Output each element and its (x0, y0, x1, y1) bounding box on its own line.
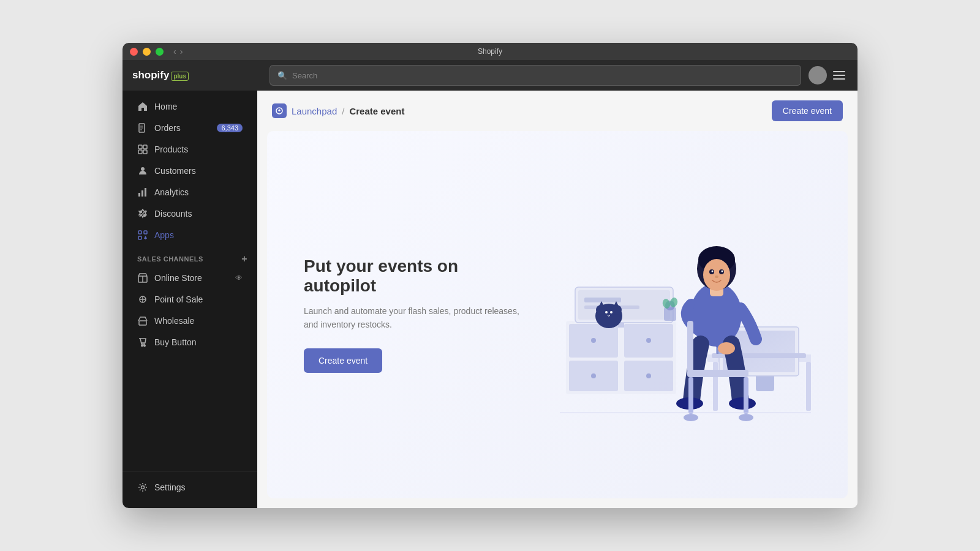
app-window: ‹ › Shopify shopifyplus Home (123, 43, 858, 508)
store-icon (137, 272, 148, 283)
breadcrumb-separator: / (342, 106, 344, 116)
svg-rect-71 (687, 370, 748, 377)
sidebar-nav: Home Orders 6,343 Products (123, 91, 257, 471)
products-icon (137, 144, 148, 155)
close-button[interactable] (130, 48, 138, 56)
create-event-header-button[interactable]: Create event (772, 100, 843, 121)
svg-rect-24 (139, 321, 146, 325)
hero-description: Launch and automate your flash sales, pr… (304, 304, 529, 332)
sidebar-item-analytics[interactable]: Analytics (127, 182, 252, 203)
svg-point-67 (712, 271, 714, 272)
svg-point-25 (141, 345, 143, 346)
svg-point-69 (715, 276, 718, 278)
sidebar-footer: Settings (123, 471, 257, 508)
back-icon[interactable]: ‹ (173, 47, 176, 56)
sidebar-item-orders[interactable]: Orders 6,343 (127, 118, 252, 138)
sidebar-item-discounts[interactable]: Discounts (127, 203, 252, 224)
add-channel-icon[interactable]: + (241, 253, 247, 264)
sidebar-item-home[interactable]: Home (127, 96, 252, 117)
sidebar: shopifyplus Home Orders 6,343 (123, 60, 257, 508)
svg-rect-11 (145, 188, 146, 197)
svg-point-60 (729, 397, 756, 410)
svg-point-27 (141, 486, 145, 489)
online-store-visibility-icon[interactable]: 👁 (235, 274, 243, 282)
window-title: Shopify (478, 47, 502, 56)
main-content: 🔍 (257, 60, 858, 508)
page-area: Launchpad / Create event Create event Pu… (257, 91, 858, 508)
pos-icon (137, 294, 148, 305)
svg-point-35 (646, 338, 651, 343)
search-input[interactable] (292, 71, 793, 80)
svg-point-37 (646, 373, 651, 378)
titlebar-nav: ‹ › (173, 47, 183, 56)
sidebar-item-online-store[interactable]: Online Store 👁 (127, 268, 252, 288)
search-icon: 🔍 (277, 71, 287, 80)
svg-rect-10 (141, 190, 143, 197)
discounts-icon (137, 208, 148, 219)
hero-illustration (529, 198, 811, 431)
sidebar-item-wholesale[interactable]: Wholesale (127, 310, 252, 331)
svg-point-78 (596, 305, 607, 315)
hero-title: Put your events on autopilot (304, 257, 529, 296)
svg-point-36 (591, 373, 596, 378)
svg-rect-17 (144, 231, 147, 234)
window-controls (130, 48, 164, 56)
svg-point-82 (605, 311, 608, 313)
menu-icon[interactable] (833, 71, 845, 80)
sidebar-item-buy-button[interactable]: Buy Button (127, 332, 252, 353)
svg-rect-6 (138, 150, 142, 154)
breadcrumb-current: Create event (349, 106, 404, 116)
svg-rect-76 (687, 321, 693, 372)
sidebar-logo: shopifyplus (132, 69, 189, 81)
minimize-button[interactable] (143, 48, 151, 56)
svg-point-79 (611, 305, 622, 315)
svg-rect-39 (578, 290, 670, 320)
sidebar-item-customers[interactable]: Customers (127, 160, 252, 181)
svg-rect-16 (138, 231, 141, 234)
home-icon (137, 101, 148, 112)
maximize-button[interactable] (156, 48, 164, 56)
svg-rect-40 (584, 298, 621, 302)
avatar (809, 66, 827, 84)
svg-point-64 (703, 259, 730, 291)
svg-rect-72 (688, 377, 693, 414)
svg-rect-50 (806, 362, 811, 411)
svg-point-83 (610, 311, 612, 313)
search-bar[interactable]: 🔍 (270, 65, 801, 86)
svg-point-75 (739, 414, 753, 421)
svg-point-70 (718, 342, 735, 354)
svg-rect-7 (143, 150, 147, 154)
sidebar-item-point-of-sale[interactable]: Point of Sale (127, 289, 252, 310)
sidebar-item-products[interactable]: Products (127, 139, 252, 160)
apps-icon (137, 230, 148, 241)
hero-cta-button[interactable]: Create event (304, 348, 382, 373)
svg-point-68 (722, 271, 723, 272)
svg-rect-9 (138, 193, 140, 197)
orders-badge: 6,343 (217, 124, 243, 132)
titlebar: ‹ › Shopify (123, 43, 858, 60)
analytics-icon (137, 187, 148, 198)
customers-icon (137, 165, 148, 176)
hero-text: Put your events on autopilot Launch and … (304, 257, 529, 373)
sidebar-header: shopifyplus (123, 60, 257, 91)
sidebar-item-settings[interactable]: Settings (127, 477, 252, 498)
svg-point-8 (141, 167, 145, 171)
svg-point-26 (144, 345, 145, 346)
orders-icon (137, 122, 148, 133)
buy-button-icon (137, 337, 148, 348)
header-right (809, 66, 845, 84)
svg-rect-5 (143, 145, 147, 149)
sidebar-item-apps[interactable]: Apps (127, 225, 252, 246)
top-header: 🔍 (257, 60, 858, 91)
launchpad-icon (272, 103, 287, 118)
svg-point-74 (684, 414, 698, 421)
svg-rect-4 (138, 145, 142, 149)
svg-rect-73 (744, 377, 748, 414)
forward-icon[interactable]: › (180, 47, 183, 56)
breadcrumb: Launchpad / Create event (272, 103, 404, 118)
breadcrumb-parent[interactable]: Launchpad (292, 106, 337, 116)
svg-rect-49 (713, 362, 718, 411)
wholesale-icon (137, 315, 148, 326)
breadcrumb-bar: Launchpad / Create event Create event (257, 91, 858, 131)
svg-point-34 (591, 338, 596, 343)
